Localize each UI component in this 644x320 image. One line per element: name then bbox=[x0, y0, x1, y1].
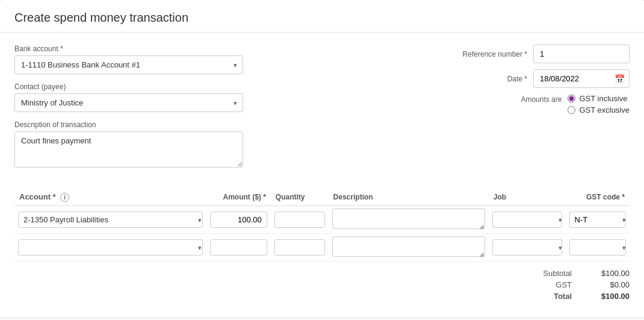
subtotal-value: $100.00 bbox=[581, 269, 630, 278]
col-gst-header: GST code * bbox=[566, 189, 630, 206]
row2-quantity-cell bbox=[271, 234, 329, 262]
dialog-title: Create spend money transaction bbox=[14, 11, 630, 25]
contact-label: Contact (payee) bbox=[14, 83, 243, 91]
dialog-header: Create spend money transaction bbox=[0, 0, 644, 33]
amounts-label: Amounts are bbox=[489, 94, 562, 104]
row1-account-cell: 2-1350 Payroll Liabilities ▾ bbox=[14, 206, 206, 234]
row1-desc-wrapper: ◢ bbox=[332, 209, 485, 231]
row2-job-cell: ▾ bbox=[489, 234, 566, 262]
row1-description-cell: ◢ bbox=[329, 206, 489, 234]
row1-amount-input[interactable] bbox=[210, 212, 267, 228]
row1-quantity-cell bbox=[271, 206, 329, 234]
contact-group: Contact (payee) Ministry of Justice ▾ bbox=[14, 83, 243, 112]
table-row: 2-1350 Payroll Liabilities ▾ bbox=[14, 206, 630, 234]
row2-account-cell: ▾ bbox=[14, 234, 206, 262]
bank-account-select[interactable]: 1-1110 Business Bank Account #1 bbox=[14, 55, 243, 74]
totals-section: Subtotal $100.00 GST $0.00 Total $100.00 bbox=[14, 262, 630, 306]
description-group: Description of transaction Court fines p… bbox=[14, 121, 243, 169]
form-top: Bank account * 1-1110 Business Bank Acco… bbox=[14, 45, 630, 178]
gst-exclusive-radio[interactable] bbox=[568, 106, 575, 114]
row1-amount-cell bbox=[206, 206, 270, 234]
col-quantity-header: Quantity bbox=[271, 189, 329, 206]
col-amount-header: Amount ($) * bbox=[206, 189, 270, 206]
gst-label: GST bbox=[524, 280, 572, 289]
row1-gst-select[interactable]: N-T bbox=[569, 212, 627, 228]
row1-job-cell: ▾ bbox=[489, 206, 566, 234]
row2-account-select[interactable] bbox=[18, 239, 203, 256]
row2-amount-input[interactable] bbox=[210, 239, 267, 256]
date-row: Date * 📅 bbox=[419, 69, 630, 88]
subtotal-row: Subtotal $100.00 bbox=[524, 269, 630, 278]
row2-desc-wrapper: ◢ bbox=[332, 236, 485, 259]
total-row: Total $100.00 bbox=[524, 292, 630, 301]
gst-inclusive-radio[interactable] bbox=[568, 95, 575, 102]
description-textarea[interactable]: Court fines payment bbox=[14, 131, 243, 168]
row2-amount-cell bbox=[206, 234, 270, 262]
line-items-table-section: Account * i Amount ($) * Quantity Descri… bbox=[14, 189, 630, 262]
amounts-radio-group: GST inclusive GST exclusive bbox=[568, 94, 630, 115]
gst-value: $0.00 bbox=[581, 280, 630, 289]
gst-inclusive-option[interactable]: GST inclusive bbox=[568, 94, 630, 103]
date-label: Date * bbox=[455, 75, 527, 83]
gst-inclusive-label: GST inclusive bbox=[579, 94, 627, 103]
date-wrapper: 📅 bbox=[533, 69, 630, 88]
col-job-header: Job bbox=[489, 189, 566, 206]
row2-description-cell: ◢ bbox=[329, 234, 489, 262]
table-row: ▾ ◢ bbox=[14, 234, 630, 262]
description-label: Description of transaction bbox=[14, 121, 243, 129]
row2-quantity-input[interactable] bbox=[274, 239, 325, 256]
table-body: 2-1350 Payroll Liabilities ▾ bbox=[14, 206, 630, 262]
table-header-row: Account * i Amount ($) * Quantity Descri… bbox=[14, 189, 630, 206]
row2-description-textarea[interactable] bbox=[332, 236, 485, 257]
gst-exclusive-label: GST exclusive bbox=[579, 105, 630, 115]
row2-job-select[interactable] bbox=[492, 239, 562, 256]
col-account-header: Account * i bbox=[14, 189, 206, 206]
create-spend-money-dialog: Create spend money transaction Bank acco… bbox=[0, 0, 644, 320]
row1-job-select[interactable] bbox=[492, 212, 562, 228]
reference-row: Reference number * bbox=[419, 45, 630, 63]
row2-gst-select[interactable] bbox=[569, 239, 627, 256]
gst-row: GST $0.00 bbox=[524, 280, 630, 289]
row1-description-textarea[interactable] bbox=[332, 209, 485, 229]
form-right: Reference number * Date * 📅 Amounts are bbox=[419, 45, 630, 178]
row2-gst-cell: ▾ bbox=[566, 234, 630, 262]
dialog-body: Bank account * 1-1110 Business Bank Acco… bbox=[0, 33, 644, 318]
account-info-icon[interactable]: i bbox=[60, 193, 69, 202]
reference-input[interactable] bbox=[533, 45, 630, 63]
bank-account-label: Bank account * bbox=[14, 45, 243, 53]
col-description-header: Description bbox=[329, 189, 489, 206]
resize-handle-icon: ◢ bbox=[479, 223, 484, 230]
contact-select-wrapper: Ministry of Justice ▾ bbox=[14, 93, 243, 112]
reference-label: Reference number * bbox=[455, 50, 527, 58]
resize-handle-icon-2: ◢ bbox=[479, 251, 484, 257]
bank-account-select-wrapper: 1-1110 Business Bank Account #1 ▾ bbox=[14, 55, 243, 74]
calendar-icon[interactable]: 📅 bbox=[615, 74, 625, 84]
line-items-table: Account * i Amount ($) * Quantity Descri… bbox=[14, 189, 630, 262]
table-header: Account * i Amount ($) * Quantity Descri… bbox=[14, 189, 630, 206]
bank-account-group: Bank account * 1-1110 Business Bank Acco… bbox=[14, 45, 243, 74]
amounts-row: Amounts are GST inclusive GST exclusive bbox=[419, 94, 630, 115]
dialog-footer: Save as recurring Prefill from recurring… bbox=[0, 318, 644, 320]
form-left: Bank account * 1-1110 Business Bank Acco… bbox=[14, 45, 243, 178]
total-label: Total bbox=[524, 292, 572, 301]
row1-account-select[interactable]: 2-1350 Payroll Liabilities bbox=[18, 212, 203, 228]
row1-gst-cell: N-T ▾ bbox=[566, 206, 630, 234]
gst-exclusive-option[interactable]: GST exclusive bbox=[568, 105, 630, 115]
row1-quantity-input[interactable] bbox=[274, 212, 325, 228]
subtotal-label: Subtotal bbox=[524, 269, 572, 278]
contact-select[interactable]: Ministry of Justice bbox=[14, 93, 243, 112]
total-value: $100.00 bbox=[581, 292, 630, 301]
